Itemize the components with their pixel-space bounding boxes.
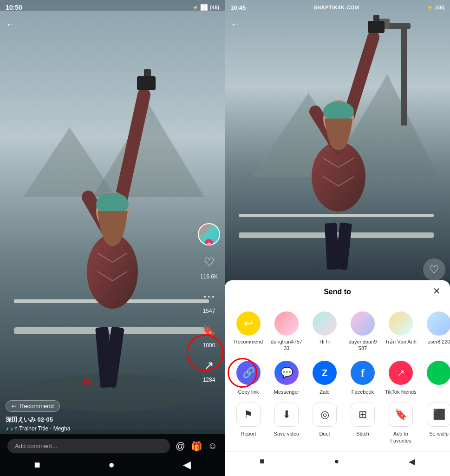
messenger-icon: 💬 [274, 361, 299, 385]
back-button-left[interactable]: ← [6, 19, 16, 31]
heart-icon: ♡ [200, 253, 218, 271]
contact-2-name: Hi hi [320, 338, 330, 345]
facebook-label: Facebook [352, 389, 374, 395]
music-note-icon: ♪ [6, 425, 8, 432]
contact-5[interactable]: user8 220 [421, 310, 450, 354]
right-actions-right: ♡ [423, 258, 445, 281]
app-facebook[interactable]: f Facebook [345, 361, 381, 395]
contact-1[interactable]: dungtran4757 33 [268, 310, 305, 354]
gift-icon[interactable]: 🎁 [191, 441, 202, 452]
status-icons-right: ⚡ [46] [427, 5, 444, 11]
share-count: 1284 [203, 377, 215, 383]
contact-4[interactable]: Trần Văn Anh [383, 310, 419, 354]
like-button[interactable]: ♡ 116.6K [200, 253, 218, 280]
zalo-label: Zalo [320, 389, 329, 395]
app-more[interactable] [421, 361, 450, 395]
recommend-label: Recommend [20, 403, 54, 410]
annotation-circle-1 [187, 334, 224, 371]
circle-nav-right[interactable]: ● [334, 456, 339, 467]
action-add-favorites[interactable]: 🔖 Add to Favorites [383, 403, 419, 444]
recommend-tag[interactable]: ↩ Recommend [6, 400, 60, 412]
triangle-nav-icon[interactable]: ◀ [183, 459, 191, 471]
app-tiktok-friends[interactable]: ↗ TikTok friends [383, 361, 419, 395]
contact-4-avatar [389, 311, 413, 336]
tiktok-friends-label: TikTok friends [385, 389, 416, 395]
contact-5-avatar [427, 311, 450, 336]
song-text: ♪ n Trainor Title - Megha [10, 425, 70, 432]
left-panel: 10:50 ⚡ ▊▊ [45] ← ♡ 116.6K ⋯ 1547 🔖 1000… [0, 0, 225, 476]
svg-rect-37 [373, 15, 379, 21]
contact-5-name: user8 220 [428, 338, 450, 345]
action-duet[interactable]: ◎ Duet [307, 403, 343, 444]
app-messenger[interactable]: 💬 Messenger [268, 361, 305, 395]
share-apps-row: 🔗 Copy link 💬 Messenger Z Zalo f Faceboo… [225, 357, 450, 399]
duet-icon: ◎ [313, 403, 337, 427]
triangle-nav-right[interactable]: ◀ [409, 456, 415, 467]
app-copylink[interactable]: 🔗 Copy link [230, 361, 267, 395]
battery-icon: [45] [210, 5, 219, 10]
circle-nav-icon[interactable]: ● [108, 459, 114, 471]
stitch-label: Stitch [356, 430, 369, 437]
facebook-icon: f [351, 361, 375, 385]
contacts-row: ↩ Recommend dungtran4757 33 Hi hi duyend… [225, 302, 450, 357]
creator-username: 深田えいみ 02-05 [6, 416, 219, 424]
contact-3-avatar [351, 311, 375, 336]
report-label: Report [241, 430, 256, 437]
system-nav-left: ■ ● ◀ [0, 458, 225, 473]
battery-right-icon: [46] [435, 5, 444, 10]
status-bar-right: 10:45 SNAPTIK4K.COM ⚡ [46] [225, 0, 450, 15]
creator-avatar[interactable] [198, 223, 220, 245]
svg-rect-16 [144, 69, 151, 76]
svg-rect-36 [368, 21, 385, 33]
contact-2[interactable]: Hi hi [307, 310, 343, 354]
add-favorites-label: Add to Favorites [385, 430, 417, 444]
contact-3[interactable]: duyendoan9 587 [345, 310, 381, 354]
comment-button[interactable]: ⋯ 1547 [200, 287, 218, 314]
share-sheet: Send to ✕ ↩ Recommend dungtran4757 33 Hi… [225, 280, 450, 476]
app-zalo[interactable]: Z Zalo [307, 361, 343, 395]
contact-recommend-name: Recommend [234, 338, 263, 345]
share-actions-row: ⚑ Report ⬇ Save video ◎ Duet ⊞ Stitch 🔖 … [225, 399, 450, 448]
square-nav-right[interactable]: ■ [260, 456, 265, 467]
back-button-right[interactable]: ← [230, 19, 241, 31]
add-favorites-icon: 🔖 [389, 403, 413, 427]
comment-input[interactable]: Add comment... [7, 439, 170, 453]
emoji-icon[interactable]: ☺ [208, 441, 217, 451]
recommend-icon: ↩ [12, 403, 17, 410]
bluetooth-right-icon: ⚡ [427, 5, 433, 11]
contact-1-name: dungtran4757 33 [270, 338, 303, 352]
mention-icon[interactable]: @ [176, 441, 185, 451]
action-wallpaper[interactable]: ⬛ Se wallp [421, 403, 450, 444]
stitch-icon: ⊞ [351, 403, 375, 427]
right-panel: 10:45 SNAPTIK4K.COM ⚡ [46] ← ♡ Send to ✕… [225, 0, 450, 476]
zalo-icon: Z [313, 361, 337, 385]
messenger-label: Messenger [274, 389, 299, 395]
status-icons-left: ⚡ ▊▊ [45] [192, 5, 219, 11]
action-report[interactable]: ⚑ Report [230, 403, 267, 444]
duet-label: Duet [319, 430, 330, 437]
save-video-label: Save video [274, 430, 299, 437]
website-label: SNAPTIK4K.COM [314, 5, 359, 10]
system-nav-right: ■ ● ◀ [225, 451, 450, 467]
comment-count: 1547 [203, 308, 215, 314]
like-count: 116.6K [200, 273, 218, 280]
comment-icon: ⋯ [200, 287, 218, 306]
video-info-bar: ↩ Recommend 深田えいみ 02-05 ♪ ♪ n Trainor Ti… [0, 400, 225, 432]
time-left: 10:50 [6, 4, 22, 11]
heart-button-right[interactable]: ♡ [423, 258, 445, 281]
share-header: Send to ✕ [225, 280, 450, 302]
close-button[interactable]: ✕ [433, 285, 441, 297]
nav-bar-left: Add comment... @ 🎁 ☺ ■ ● ◀ [0, 434, 225, 476]
copylink-icon: 🔗 [236, 361, 261, 385]
contact-recommend[interactable]: ↩ Recommend [230, 310, 267, 354]
svg-rect-26 [239, 214, 434, 217]
report-icon: ⚑ [236, 403, 261, 427]
more-app-icon [427, 361, 450, 385]
action-save-video[interactable]: ⬇ Save video [268, 403, 305, 444]
wallpaper-label: Se wallp [429, 430, 449, 437]
bluetooth-icon: ⚡ [192, 5, 199, 11]
contact-1-avatar [274, 311, 299, 336]
action-stitch[interactable]: ⊞ Stitch [345, 403, 381, 444]
copylink-label: Copy link [238, 389, 259, 395]
square-nav-icon[interactable]: ■ [34, 459, 40, 471]
